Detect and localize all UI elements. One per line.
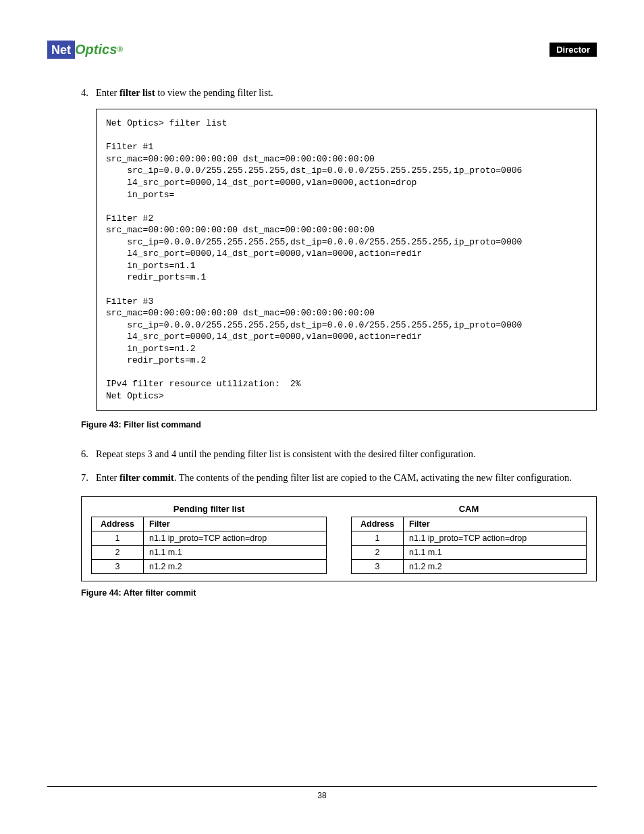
col-filter: Filter	[404, 517, 587, 531]
tables-container: Pending filter list Address Filter 1n1.1…	[81, 496, 597, 581]
text: . The contents of the pending filter lis…	[174, 472, 572, 483]
cell: n1.1 ip_proto=TCP action=drop	[404, 531, 587, 546]
figure-caption-43: Figure 43: Filter list command	[81, 420, 597, 429]
cell: n1.2 m.2	[404, 560, 587, 574]
page-number: 38	[317, 791, 326, 800]
text: Enter	[96, 87, 119, 98]
cell: n1.1 ip_proto=TCP action=drop	[144, 531, 327, 546]
col-address: Address	[92, 517, 144, 531]
cell: 2	[92, 546, 144, 560]
cell: 3	[92, 560, 144, 574]
pending-filter-table: Address Filter 1n1.1 ip_proto=TCP action…	[91, 517, 327, 574]
step-text: Enter filter commit. The contents of the…	[96, 471, 572, 484]
main-content: 4. Enter filter list to view the pending…	[81, 86, 597, 598]
cell: 1	[92, 531, 144, 546]
text: to view the pending filter list.	[155, 87, 273, 98]
logo-box: Net	[47, 41, 75, 59]
step-text: Repeat steps 3 and 4 until the pending f…	[96, 447, 476, 461]
page-header: NetOptics® Director	[47, 41, 597, 59]
table-row: 2n1.1 m.1	[92, 546, 327, 560]
page: NetOptics® Director 4. Enter filter list…	[0, 0, 644, 834]
cell: n1.2 m.2	[144, 560, 327, 574]
col-address: Address	[352, 517, 404, 531]
brand-logo: NetOptics®	[47, 41, 123, 59]
step-number: 7.	[81, 471, 96, 484]
table-row: 1n1.1 ip_proto=TCP action=drop	[92, 531, 327, 546]
table-header-row: Address Filter	[92, 517, 327, 531]
command-name: filter list	[119, 87, 155, 98]
cell: 2	[352, 546, 404, 560]
table-row: 3n1.2 m.2	[352, 560, 587, 574]
figure-caption-44: Figure 44: After filter commit	[81, 588, 597, 598]
table-title: Pending filter list	[91, 504, 327, 514]
col-filter: Filter	[144, 517, 327, 531]
text: Enter	[96, 472, 119, 483]
cell: n1.1 m.1	[404, 546, 587, 560]
cell: 1	[352, 531, 404, 546]
step-number: 4.	[81, 86, 96, 99]
command-name: filter commit	[119, 472, 174, 483]
cam-table: Address Filter 1n1.1 ip_proto=TCP action…	[351, 517, 587, 574]
step-number: 6.	[81, 447, 96, 461]
cell: 3	[352, 560, 404, 574]
step-4: 4. Enter filter list to view the pending…	[81, 86, 597, 99]
step-6: 6. Repeat steps 3 and 4 until the pendin…	[81, 447, 597, 461]
product-tag: Director	[549, 43, 597, 57]
terminal-output: Net Optics> filter list Filter #1 src_ma…	[96, 109, 597, 411]
table-header-row: Address Filter	[352, 517, 587, 531]
pending-filter-table-block: Pending filter list Address Filter 1n1.1…	[91, 504, 327, 574]
logo-registered: ®	[117, 45, 123, 55]
table-title: CAM	[351, 504, 587, 514]
step-7: 7. Enter filter commit. The contents of …	[81, 471, 597, 484]
step-text: Enter filter list to view the pending fi…	[96, 86, 273, 99]
logo-text: Optics	[75, 42, 117, 57]
table-row: 2n1.1 m.1	[352, 546, 587, 560]
cell: n1.1 m.1	[144, 546, 327, 560]
table-row: 3n1.2 m.2	[92, 560, 327, 574]
page-footer: 38	[47, 786, 597, 800]
table-row: 1n1.1 ip_proto=TCP action=drop	[352, 531, 587, 546]
cam-table-block: CAM Address Filter 1n1.1 ip_proto=TCP ac…	[351, 504, 587, 574]
